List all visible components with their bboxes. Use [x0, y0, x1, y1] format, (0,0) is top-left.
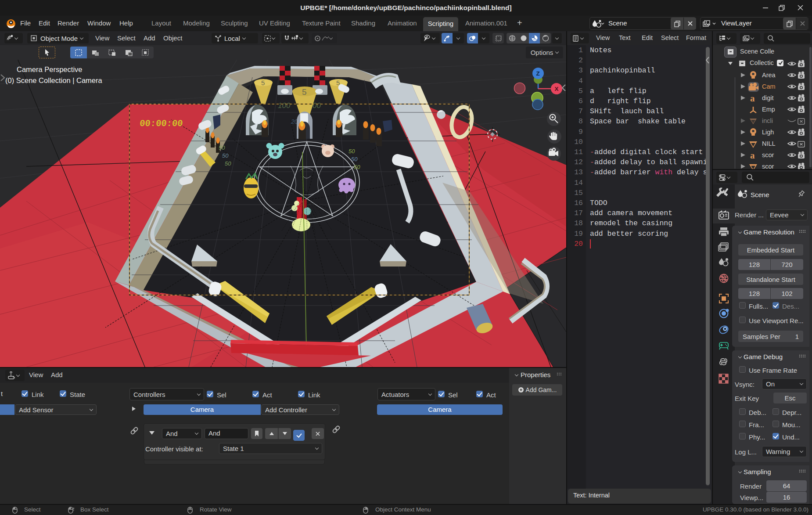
svg-text:(0) Scene Collection | Camera: (0) Scene Collection | Camera — [5, 76, 103, 84]
svg-text:50: 50 — [349, 148, 355, 155]
svg-text:Emp: Emp — [762, 106, 775, 113]
svg-text:50: 50 — [219, 144, 225, 151]
svg-text:Camera Perspective: Camera Perspective — [17, 65, 82, 73]
svg-text:00: 00 — [313, 101, 321, 110]
svg-text:scor: scor — [762, 163, 774, 169]
svg-text:00:00:00: 00:00:00 — [139, 119, 183, 129]
svg-text:X: X — [555, 86, 559, 92]
svg-text:Cam: Cam — [762, 83, 776, 90]
svg-text:Ligh: Ligh — [762, 129, 774, 136]
svg-text:NILL: NILL — [762, 140, 776, 147]
svg-text:Area: Area — [762, 72, 776, 79]
svg-text:a: a — [750, 150, 755, 161]
svg-text:100: 100 — [278, 101, 291, 110]
svg-text:Z: Z — [536, 70, 540, 77]
svg-text:50: 50 — [351, 156, 358, 162]
svg-text:a: a — [750, 93, 755, 104]
svg-text:5: 5 — [261, 79, 265, 86]
svg-text:digit: digit — [762, 94, 774, 101]
svg-text:50: 50 — [225, 160, 231, 167]
svg-text:scor: scor — [762, 151, 774, 158]
svg-text:50: 50 — [222, 152, 229, 159]
svg-text:5: 5 — [302, 87, 307, 97]
svg-text:incli: incli — [762, 117, 773, 124]
svg-text:50: 50 — [354, 164, 360, 170]
